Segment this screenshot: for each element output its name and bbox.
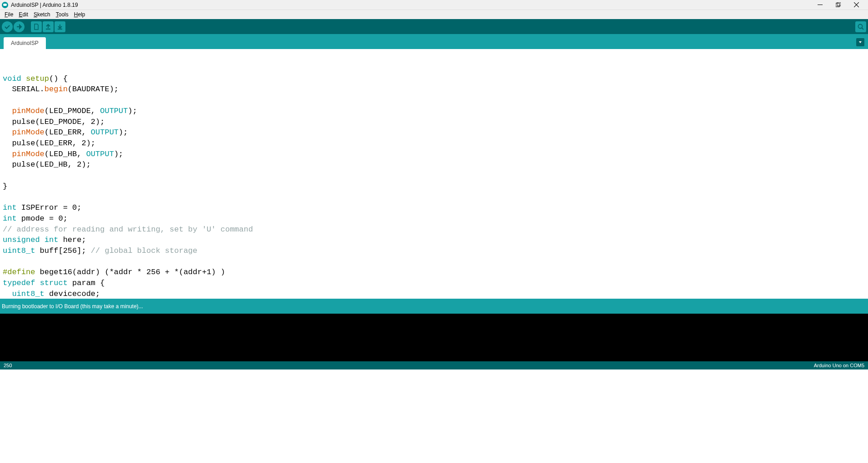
tab-menu-button[interactable] [856,38,864,46]
console-output[interactable] [0,314,868,361]
svg-rect-6 [58,29,62,30]
menu-edit[interactable]: Edit [16,10,31,19]
code-editor[interactable]: void setup() { SERIAL.begin(BAUDRATE); p… [0,49,868,299]
svg-line-8 [862,28,864,30]
menu-sketch[interactable]: Sketch [31,10,53,19]
line-number: 250 [4,363,12,368]
app-icon [2,2,8,8]
menu-file[interactable]: File [2,10,16,19]
board-info: Arduino Uno on COM5 [814,363,864,368]
close-button[interactable] [850,0,863,10]
save-button[interactable] [55,21,65,32]
tabbar: ArduinoISP [0,34,868,49]
bottombar: 250 Arduino Uno on COM5 [0,361,868,369]
svg-rect-0 [818,5,823,5]
code-token: void [3,74,21,83]
toolbar [0,19,868,34]
menu-help[interactable]: Help [71,10,88,19]
menu-tools[interactable]: Tools [53,10,71,19]
serial-monitor-button[interactable] [855,21,866,32]
svg-point-7 [858,24,863,28]
verify-button[interactable] [2,21,13,32]
new-button[interactable] [31,21,42,32]
maximize-button[interactable] [832,0,844,10]
svg-rect-1 [836,3,839,7]
svg-rect-5 [46,29,50,30]
minimize-button[interactable] [813,0,826,10]
titlebar: ArduinoISP | Arduino 1.8.19 [0,0,868,10]
tab-arduinoisp[interactable]: ArduinoISP [4,37,46,49]
upload-button[interactable] [14,21,25,32]
open-button[interactable] [43,21,54,32]
menubar: File Edit Sketch Tools Help [0,10,868,19]
svg-rect-2 [837,2,841,6]
window-title: ArduinoISP | Arduino 1.8.19 [11,2,813,8]
status-message: Burning bootloader to I/O Board (this ma… [0,299,868,314]
